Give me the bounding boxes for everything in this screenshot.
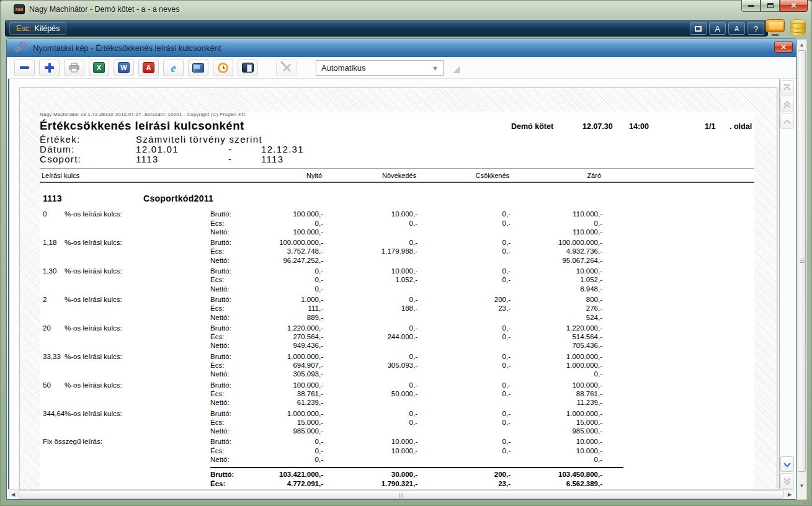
row-label: Nettó:: [210, 427, 248, 435]
row-value: 11.239,-: [511, 398, 602, 407]
row-label: Bruttó:: [210, 324, 248, 332]
export-word-button[interactable]: W: [114, 60, 134, 76]
open-browser-button[interactable]: e: [163, 60, 184, 76]
row-key: [40, 285, 65, 293]
row-value: [417, 455, 511, 464]
report-line: Écs:111,-188,-23,-276,-: [40, 304, 754, 313]
row-value: 0,-: [248, 437, 323, 446]
preview-close-button[interactable]: ✕: [774, 42, 793, 53]
vertical-scroll-thumb[interactable]: [798, 50, 806, 472]
export-excel-button[interactable]: X: [89, 60, 109, 76]
scroll-left-arrow[interactable]: ◀: [8, 490, 18, 499]
maximize-icon: [767, 3, 774, 8]
font-increase-button[interactable]: A: [709, 22, 726, 35]
row-value: 1.000.000,-: [248, 352, 323, 361]
last-page-button[interactable]: [780, 473, 794, 489]
report-line: 33,33%-os leírási kulcs:Bruttó:1.000.000…: [40, 352, 754, 361]
next-page-button[interactable]: [780, 456, 794, 472]
close-button[interactable]: ✕: [780, 0, 808, 12]
row-desc: %-os leírási kulcs:: [65, 295, 210, 304]
archive-button[interactable]: [238, 60, 258, 76]
word-icon: W: [118, 62, 130, 73]
row-desc: [65, 418, 210, 427]
row-label: Écs:: [210, 361, 248, 370]
display-icon-stand: [772, 34, 779, 36]
report-column-headers: Leírási kulcs Nyitó Növekedés Csökkenés …: [40, 168, 754, 183]
scroll-grip-icon: [398, 493, 404, 498]
report-block: 33,33%-os leírási kulcs:Bruttó:1.000.000…: [40, 352, 754, 379]
row-value: 0,-: [248, 219, 323, 228]
report-block: 344,64%-os leírási kulcs:Bruttó:1.000.00…: [40, 409, 754, 436]
zoom-out-button[interactable]: [14, 60, 35, 76]
row-key: [40, 398, 65, 407]
scheduler-button[interactable]: [213, 60, 233, 76]
row-desc: %-os leírási kulcs:: [65, 324, 210, 332]
tools-icon: [282, 63, 292, 73]
row-desc: [65, 479, 210, 488]
scroll-right-arrow[interactable]: ▶: [785, 490, 795, 499]
vertical-scrollbar[interactable]: ▲ ▼: [796, 39, 807, 500]
row-value: 0,-: [248, 446, 323, 455]
row-value: [323, 313, 417, 322]
row-label: Bruttó:: [210, 437, 248, 446]
row-value: 0,-: [417, 238, 511, 247]
report-line: 2%-os leírási kulcs:Bruttó:1.000,-0,-200…: [40, 295, 754, 304]
row-key: 33,33: [40, 352, 65, 361]
zoom-mode-select[interactable]: Automatikus ▼: [316, 60, 444, 76]
row-value: 10.000,-: [323, 267, 417, 275]
prev-section-button[interactable]: [780, 97, 794, 112]
report-line: 20%-os leírási kulcs:Bruttó:1.220.000,-0…: [40, 324, 754, 332]
tray-icons: [765, 19, 806, 37]
column-header-nyito: Nyitó: [248, 171, 323, 180]
horizontal-scroll-thumb[interactable]: [19, 490, 783, 499]
row-value: 514.564,-: [511, 332, 602, 341]
row-desc: [65, 285, 210, 293]
row-desc: [65, 446, 210, 455]
window-resize-grip[interactable]: [803, 497, 810, 505]
row-value: 0,-: [417, 381, 511, 389]
close-icon: ✕: [790, 1, 796, 10]
report-totals: Bruttó:103.421.000,-30.000,-200,-103.450…: [40, 470, 754, 489]
view-screen-button[interactable]: [188, 60, 208, 76]
display-icon[interactable]: [765, 19, 785, 36]
first-page-button[interactable]: [780, 80, 794, 95]
scroll-up-arrow[interactable]: ▲: [797, 40, 806, 50]
column-header-csokkenes: Csökkenés: [417, 171, 511, 180]
row-value: 1.000.000,-: [511, 361, 602, 370]
row-value: 100.000.000,-: [248, 238, 323, 247]
esc-key-label: Esc:: [16, 24, 31, 33]
row-value: 1.052,-: [323, 275, 417, 284]
database-icon[interactable]: [790, 19, 806, 37]
export-pdf-button[interactable]: A: [138, 60, 159, 76]
row-desc: [65, 256, 210, 265]
zoom-in-button[interactable]: [39, 60, 60, 76]
row-key: [40, 247, 65, 255]
report-line: Écs:3.752.748,-1.179.988,-0,-4.932.736,-: [40, 247, 754, 255]
report-line: Nettó:0,-0,-: [40, 455, 754, 464]
row-value: [417, 285, 511, 293]
report-line: Nettó:61.239,-11.239,-: [40, 398, 754, 407]
preview-pane[interactable]: Nagy Machinátor v3.1.72.28332 2012.07.27…: [8, 79, 780, 489]
horizontal-scrollbar[interactable]: ◀ ▶: [8, 489, 795, 499]
row-value: 0,-: [417, 352, 511, 361]
row-label: Écs:: [210, 304, 248, 313]
maximize-button[interactable]: [761, 0, 780, 12]
report-meta-line: Nagy Machinátor v3.1.72.28332 2012.07.27…: [40, 112, 754, 117]
row-value: 0,-: [417, 324, 511, 332]
row-key: [40, 370, 65, 378]
row-label: Nettó:: [210, 313, 248, 322]
group-row: 1113Csoportkód2011: [40, 193, 754, 203]
report-time: 14:00: [629, 122, 649, 131]
gear-small-icon: ⚙: [14, 45, 21, 54]
help-button[interactable]: ?: [747, 22, 764, 35]
row-value: [417, 256, 511, 265]
print-button[interactable]: [64, 60, 84, 76]
window-mode-button[interactable]: [690, 22, 707, 35]
row-value: 30.000,-: [323, 470, 417, 479]
minimize-button[interactable]: [741, 0, 761, 12]
row-value: 4.772.091,-: [248, 479, 323, 488]
menu-exit[interactable]: Esc:Kilépés: [9, 22, 66, 35]
font-decrease-button[interactable]: A: [728, 22, 745, 35]
scroll-down-arrow[interactable]: ▼: [797, 481, 806, 490]
prev-page-button[interactable]: [780, 113, 794, 129]
